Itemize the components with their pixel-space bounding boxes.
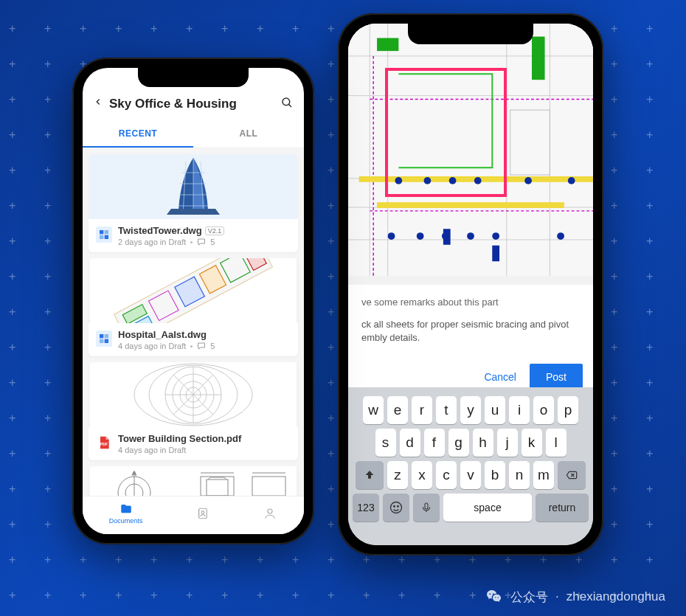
key-w[interactable]: w [363, 396, 384, 424]
svg-rect-26 [443, 229, 451, 244]
key-shift[interactable] [356, 461, 384, 489]
key-y[interactable]: y [460, 396, 481, 424]
svg-point-21 [417, 232, 424, 240]
keyboard-row-3: zxcvbnm [351, 461, 590, 489]
phone-mockup-left: Sky Office & Housing RECENT ALL [72, 58, 314, 544]
tab-contacts[interactable] [195, 507, 210, 520]
key-o[interactable]: o [533, 396, 554, 424]
file-meta: 4 days ago in Draft 5 [118, 342, 215, 350]
emoji-icon [389, 500, 403, 515]
cancel-button[interactable]: Cancel [471, 364, 530, 390]
key-t[interactable]: t [436, 396, 457, 424]
chevron-left-icon [93, 94, 103, 109]
key-c[interactable]: c [436, 461, 457, 489]
key-g[interactable]: g [448, 429, 469, 457]
key-k[interactable]: k [522, 429, 542, 457]
document-card[interactable]: TwistedTower.dwg V2.1 2 days ago in Draf… [89, 154, 298, 252]
keyboard-row-1: wertyuiop [351, 396, 590, 424]
key-numbers[interactable]: 123 [353, 494, 379, 522]
keyboard-row-4: 123 space return [351, 494, 590, 522]
key-v[interactable]: v [460, 461, 481, 489]
tab-profile[interactable] [263, 507, 277, 520]
key-r[interactable]: r [412, 396, 432, 424]
key-x[interactable]: x [412, 461, 432, 489]
comment-icon [197, 238, 206, 246]
key-z[interactable]: z [387, 461, 408, 489]
key-u[interactable]: u [485, 396, 505, 424]
comment-body-text[interactable]: ck all sheets for proper seismic bracing… [361, 318, 580, 345]
file-name: TwistedTower.dwg V2.1 [118, 225, 224, 236]
document-card[interactable]: PDF Tower Building Section.pdf 4 days ag… [89, 362, 298, 460]
document-list[interactable]: TwistedTower.dwg V2.1 2 days ago in Draf… [83, 148, 304, 519]
svg-text:PDF: PDF [100, 442, 108, 446]
drawing-viewport[interactable] [348, 24, 593, 285]
key-d[interactable]: d [400, 429, 420, 457]
svg-point-20 [388, 232, 395, 240]
svg-rect-34 [425, 503, 428, 509]
tab-documents[interactable]: Documents [109, 502, 143, 525]
key-return[interactable]: return [536, 494, 589, 522]
key-s[interactable]: s [375, 429, 396, 457]
pdf-file-icon: PDF [96, 435, 112, 451]
svg-point-24 [492, 232, 499, 240]
key-e[interactable]: e [387, 396, 408, 424]
selection-highlight[interactable] [385, 68, 507, 197]
backspace-icon [564, 469, 580, 481]
svg-point-32 [394, 506, 395, 508]
file-name: Tower Building Section.pdf [118, 433, 241, 444]
document-thumbnail [89, 362, 298, 427]
svg-rect-13 [377, 202, 564, 208]
svg-line-36 [288, 104, 291, 107]
file-meta: 4 days ago in Draft [118, 446, 241, 454]
key-backspace[interactable] [558, 461, 586, 489]
tab-recent[interactable]: RECENT [83, 121, 193, 148]
watermark: 公众号 · zhexiangdonghua [485, 588, 665, 606]
key-m[interactable]: m [533, 461, 554, 489]
user-icon [263, 507, 277, 520]
svg-rect-10 [377, 38, 398, 52]
key-i[interactable]: i [509, 396, 530, 424]
svg-rect-48 [105, 235, 108, 239]
key-h[interactable]: h [473, 429, 493, 457]
svg-rect-27 [492, 246, 499, 261]
bottom-tab-bar: Documents [83, 496, 304, 534]
post-button[interactable]: Post [530, 364, 583, 390]
phone-notch [408, 24, 533, 44]
document-thumbnail: A [89, 466, 298, 499]
svg-rect-58 [100, 334, 103, 338]
svg-point-18 [524, 177, 532, 184]
phone-mockup-right: ve some remarks about this part ck all s… [338, 13, 603, 556]
file-meta: 2 days ago in Draft 5 [118, 238, 224, 246]
dwg-file-icon [96, 226, 112, 243]
tabs: RECENT ALL [83, 121, 304, 148]
search-button[interactable] [280, 96, 294, 112]
key-j[interactable]: j [497, 429, 518, 457]
key-f[interactable]: f [424, 429, 445, 457]
key-space[interactable]: space [443, 494, 532, 522]
key-p[interactable]: p [558, 396, 578, 424]
key-b[interactable]: b [485, 461, 505, 489]
tab-all[interactable]: ALL [193, 121, 304, 148]
back-button[interactable] [93, 94, 103, 114]
svg-point-33 [398, 506, 399, 508]
svg-point-35 [283, 98, 290, 105]
ios-keyboard[interactable]: wertyuiop sdfghjkl zxcvbnm 123 space ret… [348, 387, 593, 545]
comment-icon [197, 342, 206, 350]
key-emoji[interactable] [383, 494, 409, 522]
comment-header: ve some remarks about this part [361, 297, 580, 308]
document-card[interactable]: A [89, 466, 298, 499]
key-n[interactable]: n [509, 461, 530, 489]
search-icon [280, 96, 294, 109]
wechat-icon [485, 588, 503, 606]
svg-rect-47 [100, 235, 103, 239]
svg-rect-59 [105, 334, 108, 338]
shift-icon [364, 469, 375, 481]
svg-rect-74 [90, 466, 297, 499]
svg-rect-60 [100, 339, 103, 343]
svg-point-23 [467, 232, 474, 240]
svg-point-89 [268, 509, 272, 513]
key-l[interactable]: l [546, 429, 567, 457]
key-mic[interactable] [413, 494, 440, 522]
document-thumbnail [89, 154, 298, 219]
document-card[interactable]: Hospital_Aalst.dwg 4 days ago in Draft 5 [89, 258, 298, 356]
